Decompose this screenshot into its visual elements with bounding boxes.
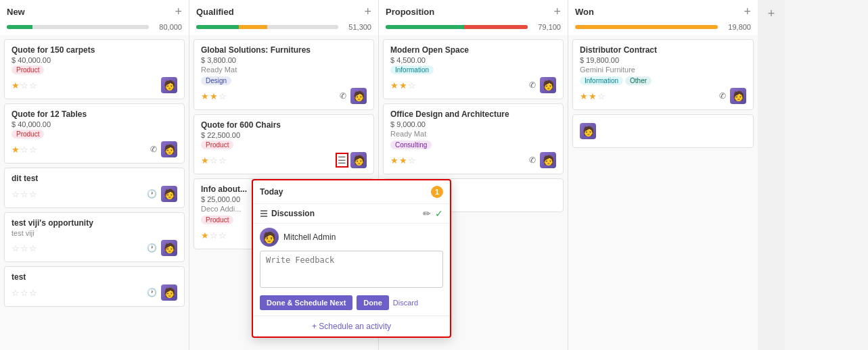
star-q3-1[interactable]: ★ — [201, 230, 209, 241]
card-subtitle-p2: Ready Mat — [390, 130, 556, 138]
star-3-1[interactable]: ☆ — [12, 189, 20, 199]
progress-q-1 — [196, 25, 239, 29]
stars-q1: ★ ★ ☆ — [201, 91, 227, 101]
column-title-new: New — [7, 7, 25, 17]
clock-icon-3: 🕐 — [147, 189, 157, 199]
column-title-proposition: Proposition — [386, 7, 434, 17]
card-distributor-contract[interactable]: Distributor Contract $ 19,800.00 Gemini … — [572, 39, 754, 110]
card-amount-p2: $ 9,000.00 — [390, 120, 556, 128]
avatar-img-w1: 🧑 — [730, 88, 746, 104]
card-icons-5: 🕐 🧑 — [147, 284, 177, 301]
star-q1-2[interactable]: ★ — [210, 91, 218, 101]
card-test[interactable]: test ☆ ☆ ☆ 🕐 🧑 — [4, 266, 185, 307]
star-5-3[interactable]: ☆ — [29, 288, 37, 298]
popup-check-icon[interactable]: ✓ — [435, 208, 443, 219]
avatar-w1: 🧑 — [730, 88, 746, 104]
star-1-3[interactable]: ☆ — [29, 80, 37, 91]
star-q2-3[interactable]: ☆ — [219, 155, 227, 166]
star-p1-1[interactable]: ★ — [390, 80, 398, 91]
card-footer-q1: ★ ★ ☆ ✆ 🧑 — [201, 88, 367, 104]
avatar-p1: 🧑 — [540, 77, 556, 93]
tag-consulting-p2: Consulting — [390, 141, 432, 149]
card-test-viji[interactable]: test viji's opportunity test viji ☆ ☆ ☆ … — [4, 212, 185, 262]
tag-design-q1: Design — [201, 76, 231, 85]
last-col-add-icon[interactable]: + — [768, 7, 775, 21]
stars-1: ★ ☆ ☆ — [12, 80, 37, 91]
column-add-won[interactable]: + — [744, 5, 751, 18]
popup-edit-icon[interactable]: ✏ — [423, 208, 431, 219]
column-add-proposition[interactable]: + — [553, 5, 561, 18]
activity-icon-q2[interactable]: ☰ — [338, 155, 346, 166]
star-4-3[interactable]: ☆ — [29, 243, 37, 253]
discard-button[interactable]: Discard — [393, 299, 418, 307]
card-icons-3: 🕐 🧑 — [147, 186, 177, 202]
stars-p1: ★ ★ ☆ — [390, 80, 416, 91]
phone-icon-p1: ✆ — [529, 80, 536, 90]
column-add-new[interactable]: + — [175, 5, 182, 18]
schedule-activity-link[interactable]: + Schedule an activity — [312, 322, 391, 331]
popup-user-row: 🧑 Mitchell Admin — [253, 224, 450, 251]
card-w2-placeholder[interactable]: 🧑 — [572, 114, 754, 148]
column-won: Won + 19,800 Distributor Contract $ 19,8… — [568, 0, 758, 350]
phone-icon-w1: ✆ — [719, 91, 726, 101]
card-quote-12-tables[interactable]: Quote for 12 Tables $ 40,000.00 Product … — [4, 103, 185, 164]
column-header-qualified: Qualified + — [189, 0, 378, 20]
star-3-3[interactable]: ☆ — [29, 189, 37, 199]
stars-p2: ★ ★ ☆ — [390, 155, 416, 166]
column-amount-new: 80,000 — [152, 23, 182, 31]
card-quote-150-carpets[interactable]: Quote for 150 carpets $ 40,000.00 Produc… — [4, 39, 185, 99]
popup-feedback-textarea[interactable] — [260, 251, 443, 288]
card-footer-4: ☆ ☆ ☆ 🕐 🧑 — [12, 240, 177, 256]
star-p2-3[interactable]: ☆ — [408, 155, 416, 166]
star-q2-1[interactable]: ★ — [201, 155, 209, 166]
star-1-1[interactable]: ★ — [12, 80, 20, 91]
card-modern-open-space[interactable]: Modern Open Space $ 4,500.00 Information… — [383, 39, 564, 99]
star-w1-1[interactable]: ★ — [580, 91, 588, 101]
card-icons-1: 🧑 — [161, 77, 177, 93]
column-add-qualified[interactable]: + — [364, 5, 371, 18]
card-tags-2: Product — [12, 130, 177, 139]
clock-icon-4: 🕐 — [147, 243, 157, 253]
card-title-q1: Global Solutions: Furnitures — [201, 45, 367, 55]
progress-q-2 — [239, 25, 267, 29]
card-office-design[interactable]: Office Design and Architecture $ 9,000.0… — [383, 103, 564, 174]
star-w1-3[interactable]: ☆ — [597, 91, 606, 101]
popup-activity-name: Discussion — [271, 209, 315, 218]
star-p1-3[interactable]: ☆ — [408, 80, 416, 91]
star-w1-2[interactable]: ★ — [589, 91, 597, 101]
card-global-solutions[interactable]: Global Solutions: Furnitures $ 3,800.00 … — [193, 39, 374, 110]
card-dit-test[interactable]: dit test ☆ ☆ ☆ 🕐 🧑 — [4, 168, 185, 208]
popup-header: Today 1 — [253, 180, 450, 204]
star-p2-1[interactable]: ★ — [390, 155, 398, 166]
popup-user-avatar: 🧑 — [260, 228, 279, 247]
avatar-img-p2: 🧑 — [540, 152, 556, 168]
star-p1-2[interactable]: ★ — [399, 80, 407, 91]
card-title-p1: Modern Open Space — [390, 45, 556, 55]
popup-user-name: Mitchell Admin — [283, 232, 336, 242]
progress-p-1 — [386, 25, 464, 29]
star-4-2[interactable]: ☆ — [20, 243, 28, 253]
card-quote-600-chairs[interactable]: Quote for 600 Chairs $ 22,500.00 Product… — [193, 114, 374, 174]
star-q1-1[interactable]: ★ — [201, 91, 209, 101]
card-icons-p1: ✆ 🧑 — [529, 77, 556, 93]
star-3-2[interactable]: ☆ — [20, 189, 28, 199]
star-2-1[interactable]: ★ — [12, 145, 20, 155]
column-title-won: Won — [575, 7, 594, 17]
card-amount-1: $ 40,000.00 — [12, 56, 177, 64]
star-2-3[interactable]: ☆ — [29, 145, 37, 155]
star-5-2[interactable]: ☆ — [20, 288, 28, 298]
extra-column-area: + — [758, 0, 785, 350]
star-q2-2[interactable]: ☆ — [210, 155, 218, 166]
card-tags-q1: Design — [201, 76, 367, 85]
star-4-1[interactable]: ☆ — [12, 243, 20, 253]
done-schedule-button[interactable]: Done & Schedule Next — [260, 295, 352, 310]
star-q3-2[interactable]: ☆ — [210, 230, 218, 241]
star-q3-3[interactable]: ☆ — [219, 230, 227, 241]
card-title-4: test viji's opportunity — [12, 218, 177, 228]
star-5-1[interactable]: ☆ — [12, 288, 20, 298]
star-p2-2[interactable]: ★ — [399, 155, 407, 166]
star-q1-3[interactable]: ☆ — [219, 91, 227, 101]
done-button[interactable]: Done — [357, 295, 389, 310]
star-2-2[interactable]: ☆ — [20, 145, 28, 155]
star-1-2[interactable]: ☆ — [20, 80, 28, 91]
